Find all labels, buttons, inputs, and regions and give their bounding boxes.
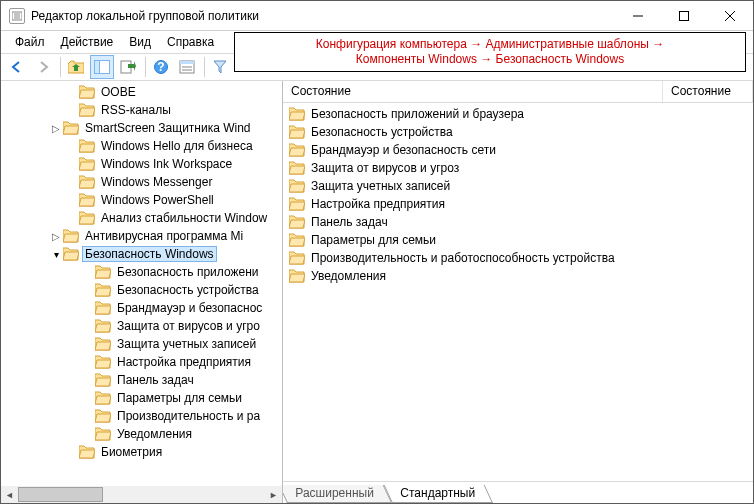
folder-icon <box>79 211 95 225</box>
scroll-thumb[interactable] <box>18 487 103 502</box>
tree-row[interactable]: Брандмауэр и безопаснос <box>1 299 282 317</box>
tree-row[interactable]: OOBE <box>1 83 282 101</box>
folder-icon <box>79 175 95 189</box>
folder-icon <box>79 445 95 459</box>
tree-row[interactable]: Настройка предприятия <box>1 353 282 371</box>
list-item-label: Безопасность устройства <box>311 125 453 139</box>
list-item[interactable]: Защита учетных записей <box>283 177 753 195</box>
tree-item-label[interactable]: Антивирусная программа Mi <box>83 229 245 243</box>
tree-row[interactable]: Windows Ink Workspace <box>1 155 282 173</box>
separator <box>204 57 205 77</box>
tree-item-label[interactable]: Защита учетных записей <box>115 337 258 351</box>
folder-icon <box>95 265 111 279</box>
tree-row[interactable]: Windows Messenger <box>1 173 282 191</box>
tree-item-label[interactable]: Безопасность устройства <box>115 283 261 297</box>
list-item[interactable]: Параметры для семьи <box>283 231 753 249</box>
folder-icon <box>63 229 79 243</box>
tab-standard[interactable]: Стандартный <box>383 485 492 503</box>
tree-row[interactable]: ▷Антивирусная программа Mi <box>1 227 282 245</box>
tree-item-label[interactable]: Защита от вирусов и угро <box>115 319 262 333</box>
up-button[interactable] <box>64 55 88 79</box>
tree-item-label[interactable]: Производительность и ра <box>115 409 262 423</box>
maximize-button[interactable] <box>661 1 707 31</box>
tree-row[interactable]: Параметры для семьи <box>1 389 282 407</box>
menu-view[interactable]: Вид <box>121 33 159 51</box>
tree-item-label[interactable]: Анализ стабильности Window <box>99 211 269 225</box>
folder-icon <box>289 143 305 157</box>
tree-item-label[interactable]: Безопасность приложени <box>115 265 260 279</box>
tree-item-label[interactable]: Настройка предприятия <box>115 355 253 369</box>
back-button[interactable] <box>5 55 29 79</box>
export-button[interactable] <box>116 55 140 79</box>
scroll-right-icon[interactable]: ► <box>265 486 282 503</box>
menu-action[interactable]: Действие <box>53 33 122 51</box>
expander-open-icon[interactable]: ▾ <box>49 249 63 260</box>
tree-item-label[interactable]: Панель задач <box>115 373 196 387</box>
tree-item-label[interactable]: SmartScreen Защитника Wind <box>83 121 253 135</box>
minimize-button[interactable] <box>615 1 661 31</box>
tree-row[interactable]: Windows PowerShell <box>1 191 282 209</box>
folder-icon <box>95 409 111 423</box>
tree-row[interactable]: Уведомления <box>1 425 282 443</box>
list-item[interactable]: Уведомления <box>283 267 753 285</box>
list-item[interactable]: Производительность и работоспособность у… <box>283 249 753 267</box>
list-item[interactable]: Безопасность устройства <box>283 123 753 141</box>
expander-closed-icon[interactable]: ▷ <box>49 123 63 134</box>
tree-row[interactable]: Защита от вирусов и угро <box>1 317 282 335</box>
folder-icon <box>63 121 79 135</box>
folder-icon <box>95 355 111 369</box>
help-button[interactable]: ? <box>149 55 173 79</box>
tree-row[interactable]: Производительность и ра <box>1 407 282 425</box>
tree-row[interactable]: Windows Hello для бизнеса <box>1 137 282 155</box>
folder-icon <box>79 103 95 117</box>
tree-row[interactable]: ▾Безопасность Windows <box>1 245 282 263</box>
tab-extended[interactable]: Расширенный <box>283 485 392 503</box>
tree-item-label[interactable]: Windows PowerShell <box>99 193 216 207</box>
tree-row[interactable]: Безопасность приложени <box>1 263 282 281</box>
tree-hscrollbar[interactable]: ◄ ► <box>1 486 282 503</box>
column-state-1[interactable]: Состояние <box>283 81 663 102</box>
menu-help[interactable]: Справка <box>159 33 222 51</box>
tree-row[interactable]: Панель задач <box>1 371 282 389</box>
list[interactable]: Безопасность приложений и браузераБезопа… <box>283 103 753 481</box>
tree-item-label[interactable]: Windows Ink Workspace <box>99 157 234 171</box>
list-item[interactable]: Панель задач <box>283 213 753 231</box>
tree-item-label[interactable]: OOBE <box>99 85 138 99</box>
folder-icon <box>289 197 305 211</box>
folder-icon <box>289 107 305 121</box>
folder-icon <box>289 269 305 283</box>
tree-item-label[interactable]: Уведомления <box>115 427 194 441</box>
list-item[interactable]: Настройка предприятия <box>283 195 753 213</box>
tree-row[interactable]: Биометрия <box>1 443 282 461</box>
tree-item-label[interactable]: Windows Messenger <box>99 175 214 189</box>
separator <box>145 57 146 77</box>
tree-row[interactable]: Безопасность устройства <box>1 281 282 299</box>
show-hide-tree-button[interactable] <box>90 55 114 79</box>
scroll-left-icon[interactable]: ◄ <box>1 486 18 503</box>
tree-item-label[interactable]: Брандмауэр и безопаснос <box>115 301 264 315</box>
tree-item-label[interactable]: Безопасность Windows <box>83 247 216 261</box>
list-item-label: Защита от вирусов и угроз <box>311 161 459 175</box>
tree-item-label[interactable]: RSS-каналы <box>99 103 173 117</box>
tree-item-label[interactable]: Параметры для семьи <box>115 391 244 405</box>
column-state-2[interactable]: Состояние <box>663 81 753 102</box>
list-item[interactable]: Безопасность приложений и браузера <box>283 105 753 123</box>
folder-icon <box>95 283 111 297</box>
close-button[interactable] <box>707 1 753 31</box>
tree-item-label[interactable]: Windows Hello для бизнеса <box>99 139 255 153</box>
tree-panel: OOBERSS-каналы▷SmartScreen Защитника Win… <box>1 81 283 503</box>
menu-file[interactable]: Файл <box>7 33 53 51</box>
tree-row[interactable]: Анализ стабильности Window <box>1 209 282 227</box>
expander-closed-icon[interactable]: ▷ <box>49 231 63 242</box>
tree-row[interactable]: RSS-каналы <box>1 101 282 119</box>
tree-row[interactable]: Защита учетных записей <box>1 335 282 353</box>
filter-button[interactable] <box>208 55 232 79</box>
tree-item-label[interactable]: Биометрия <box>99 445 164 459</box>
forward-button[interactable] <box>31 55 55 79</box>
view-tabs: Расширенный Стандартный <box>283 481 753 503</box>
list-item[interactable]: Защита от вирусов и угроз <box>283 159 753 177</box>
tree[interactable]: OOBERSS-каналы▷SmartScreen Защитника Win… <box>1 81 282 486</box>
list-item[interactable]: Брандмауэр и безопасность сети <box>283 141 753 159</box>
properties-button[interactable] <box>175 55 199 79</box>
tree-row[interactable]: ▷SmartScreen Защитника Wind <box>1 119 282 137</box>
